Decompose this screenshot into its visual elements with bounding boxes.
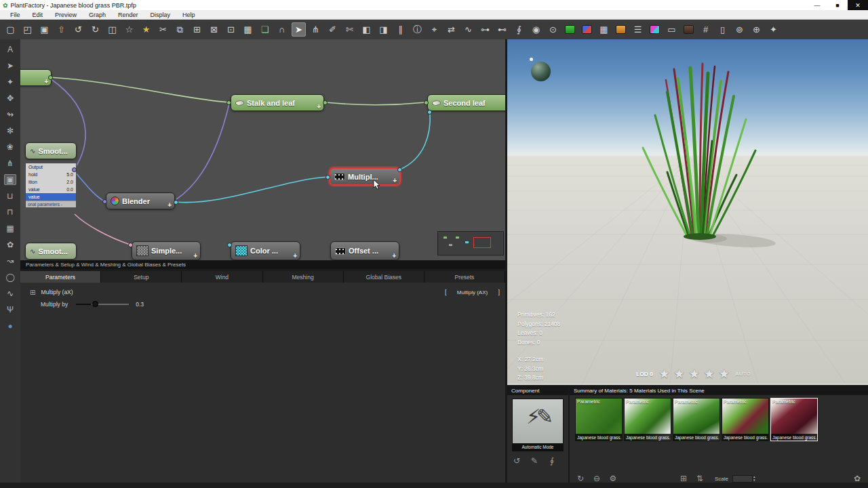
node-port[interactable]	[102, 199, 107, 204]
toolbar-frame-button[interactable]: ⊡	[224, 22, 238, 37]
add-port-icon[interactable]: +	[317, 103, 321, 110]
tool-petal-tool-button[interactable]: ❀	[4, 142, 16, 152]
graph-minimap[interactable]	[437, 231, 504, 256]
tab-meshing[interactable]: Meshing	[263, 271, 344, 283]
toolbar-display-layers-button[interactable]: ☰	[631, 22, 645, 37]
parameter-group-icon[interactable]: ⊞	[30, 289, 35, 296]
tool-magic-tool-button[interactable]: ✦	[4, 77, 16, 87]
tool-text-tool-button[interactable]: A	[4, 44, 16, 55]
tool-curve-tool-button[interactable]: ↝	[4, 256, 16, 266]
material-thumb[interactable]: ParametricJapanese blood grass...	[722, 398, 769, 441]
lod-star[interactable]: ★	[703, 366, 715, 382]
scale-input[interactable]	[732, 475, 753, 483]
menu-display[interactable]: Display	[144, 12, 177, 18]
toolbar-swap-nodes-button[interactable]: ⇄	[444, 22, 458, 37]
menu-preview[interactable]: Preview	[49, 12, 83, 18]
add-port-icon[interactable]: +	[393, 177, 397, 184]
edit-component-button[interactable]: ✎	[529, 455, 540, 466]
minimap-viewport-indicator[interactable]	[473, 237, 491, 248]
toolbar-compass-button[interactable]: ⊚	[732, 22, 747, 37]
toolbar-cut-tool-button[interactable]: ✄	[342, 22, 357, 37]
tool-move-tool-button[interactable]: ✥	[4, 93, 16, 104]
node-offset[interactable]: Offset ... +	[330, 241, 399, 260]
light-preview-sphere[interactable]	[531, 62, 551, 81]
toolbar-favorite-add-button[interactable]: ★	[139, 22, 153, 37]
mini-panel-row[interactable]: hold5.0	[26, 171, 76, 178]
close-button[interactable]: ✕	[848, 0, 868, 10]
toolbar-favorite-button[interactable]: ☆	[122, 22, 136, 37]
toolbar-box-right-button[interactable]: ◨	[376, 22, 391, 37]
automatic-mode-tile[interactable]: ⚡✎ Automatic Mode	[512, 399, 564, 451]
node-partial[interactable]: a +	[20, 69, 52, 86]
mini-panel-row[interactable]: value	[26, 193, 76, 201]
node-multiply[interactable]: Multipl... +	[330, 168, 400, 185]
toolbar-connect-button[interactable]: ⊶	[478, 22, 492, 37]
material-thumb[interactable]: ParametricJapanese blood grass...	[770, 398, 818, 441]
menu-help[interactable]: Help	[176, 12, 201, 18]
node-port[interactable]	[323, 100, 328, 105]
menu-render[interactable]: Render	[112, 12, 144, 18]
toolbar-preview-large-button[interactable]: ◉	[529, 22, 543, 37]
node-port[interactable]	[48, 75, 53, 80]
tool-bloom-tool-button[interactable]: ✿	[4, 239, 16, 250]
toolbar-loop-select-button[interactable]: ∮	[512, 22, 526, 37]
toolbar-paste-button[interactable]: ⊞	[190, 22, 204, 37]
additional-parameters-link[interactable]: onal parameters -	[26, 201, 76, 207]
toolbar-weld-button[interactable]: ∩	[275, 22, 289, 37]
toolbar-display-frame-button[interactable]: ▭	[665, 22, 679, 37]
node-port[interactable]	[128, 243, 133, 247]
lod-auto-label[interactable]: AUTO	[735, 371, 751, 377]
toolbar-wire-mode-button[interactable]: ∿	[461, 22, 475, 37]
tool-bend-tool-button[interactable]: ↬	[4, 109, 16, 120]
tool-ring-tool-button[interactable]: ◯	[4, 272, 16, 283]
toolbar-node-add-button[interactable]: ⊕	[749, 22, 764, 37]
toolbar-draw-tool-button[interactable]: ✐	[326, 22, 340, 37]
node-port[interactable]	[227, 243, 232, 247]
toolbar-display-green-screen-button[interactable]	[563, 22, 577, 37]
toolbar-display-material-sphere-button[interactable]	[580, 22, 594, 37]
node-color[interactable]: Color ... +	[231, 241, 300, 260]
add-port-icon[interactable]: +	[293, 252, 297, 260]
menu-file[interactable]: File	[4, 12, 26, 18]
slider-handle[interactable]	[92, 301, 98, 307]
toolbar-info-button[interactable]: ⓘ	[410, 22, 425, 37]
node-port[interactable]	[72, 167, 77, 172]
toolbar-redo-button[interactable]: ↻	[88, 22, 102, 37]
tool-flower-tool-button[interactable]: ✻	[4, 125, 16, 136]
tool-barrel-tool-button[interactable]: ⊓	[4, 207, 16, 218]
toolbar-remove-frame-button[interactable]: ⊠	[207, 22, 221, 37]
node-port[interactable]	[397, 167, 402, 172]
multiply-by-slider[interactable]	[76, 304, 129, 305]
toolbar-lab-button[interactable]: ✦	[766, 22, 781, 37]
menu-graph[interactable]: Graph	[83, 12, 112, 18]
node-smooth-top[interactable]: ∿ Smoot...	[25, 142, 77, 159]
material-thumb[interactable]: ParametricJapanese blood grass...	[673, 398, 720, 441]
preview-3d-viewport[interactable]: Primitives: 162Polygons: 21408Leaves: 0B…	[507, 39, 868, 385]
mini-panel-row[interactable]: Output	[26, 163, 76, 171]
toolbar-grid-toggle-button[interactable]: #	[698, 22, 713, 37]
tool-mesh-tool-button[interactable]: ▦	[4, 223, 16, 234]
tool-sphere-tool-button[interactable]: ●	[4, 321, 16, 331]
toolbar-new-file-button[interactable]: ▢	[3, 22, 18, 37]
node-port[interactable]	[226, 100, 231, 105]
toolbar-display-table-button[interactable]: ▦	[597, 22, 611, 37]
add-port-icon[interactable]: +	[193, 252, 197, 260]
toolbar-display-gradient-button[interactable]	[648, 22, 662, 37]
add-port-icon[interactable]: +	[167, 201, 172, 209]
tab-parameters[interactable]: Parameters	[20, 271, 101, 283]
toolbar-package-button[interactable]: ◫	[105, 22, 119, 37]
node-port[interactable]	[174, 200, 178, 205]
scale-spinner[interactable]: ▴ ▾	[753, 475, 755, 482]
node-port[interactable]	[424, 100, 429, 105]
mini-panel-row[interactable]: value0.0	[26, 186, 76, 193]
reload-component-button[interactable]: ↺	[511, 455, 522, 466]
tab-wind[interactable]: Wind	[182, 271, 262, 283]
material-thumb[interactable]: ParametricJapanese blood grass...	[624, 398, 671, 441]
toolbar-align-tools-button[interactable]: ∥	[393, 22, 408, 37]
toolbar-save-file-button[interactable]: ▣	[37, 22, 52, 37]
tool-select-tool-button[interactable]: ➤	[4, 60, 16, 71]
toolbar-export-plant-button[interactable]: ⇧	[54, 22, 68, 37]
toolbar-capture-button[interactable]: ▦	[241, 22, 255, 37]
tool-tube-tool-button[interactable]: ⊔	[4, 190, 16, 201]
add-port-icon[interactable]: +	[392, 252, 396, 260]
